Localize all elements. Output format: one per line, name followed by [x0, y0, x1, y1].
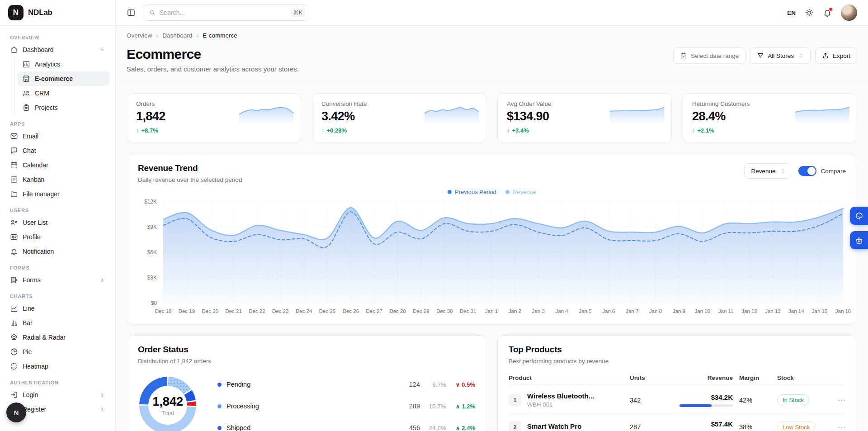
- sidebar-item-file-manager[interactable]: File manager: [5, 187, 110, 201]
- sidebar-section-label: APPS: [10, 121, 105, 127]
- sidebar-item-label: Email: [23, 133, 38, 140]
- breadcrumb-dashboard[interactable]: Dashboard: [162, 32, 192, 39]
- y-axis-label: $6K: [138, 249, 157, 256]
- pie-icon: [10, 348, 18, 356]
- table-row[interactable]: 2 Smart Watch Pro 287 $57.4K 38% Low Sto…: [509, 414, 846, 431]
- x-axis-label: Dec 30: [436, 308, 453, 314]
- sidebar-item-label: E-commerce: [35, 75, 73, 82]
- sidebar-item-profile[interactable]: Profile: [5, 230, 110, 244]
- sidebar-item-notification[interactable]: Notification: [5, 244, 110, 259]
- top-products-card: Top Products Best performing products by…: [497, 335, 857, 431]
- revenue-trend-subtitle: Daily revenue over the selected period: [138, 176, 242, 183]
- notifications-button[interactable]: [823, 8, 832, 17]
- sidebar-item-radial-radar[interactable]: Radial & Radar: [5, 330, 110, 345]
- sidebar-item-label: Calendar: [23, 161, 48, 169]
- sidebar-item-heatmap[interactable]: Heatmap: [5, 359, 110, 374]
- compare-toggle[interactable]: [798, 166, 816, 176]
- kpi-delta: ↑+3.4%: [507, 127, 662, 134]
- sidebar-item-pie[interactable]: Pie: [5, 345, 110, 359]
- status-dot: [217, 426, 222, 430]
- stock-badge: Low Stock: [777, 421, 815, 431]
- sidebar-item-user-list[interactable]: User List: [5, 215, 110, 230]
- sidebar-toggle-button[interactable]: [127, 8, 136, 17]
- legend-dot: [448, 190, 452, 194]
- date-range-button[interactable]: Select date range: [673, 47, 745, 64]
- sidebar-item-bar[interactable]: Bar: [5, 316, 110, 330]
- top-products-subtitle: Best performing products by revenue: [509, 358, 846, 365]
- kpi-sparkline: [239, 99, 293, 123]
- row-menu-button[interactable]: ⋯: [830, 395, 846, 405]
- sidebar-item-login[interactable]: Login: [5, 388, 110, 402]
- search-shortcut-badge: ⌘K: [291, 8, 305, 17]
- sidebar-nav: OVERVIEWDashboardAnalyticsE-commerceCRMP…: [0, 26, 115, 431]
- order-status-row-pending: Pending 124 6.7% ∨ 0.5%: [217, 374, 475, 395]
- search-box[interactable]: ⌘K: [143, 5, 309, 21]
- sidebar-item-projects[interactable]: Projects: [18, 100, 110, 115]
- bell-icon: [10, 247, 18, 256]
- kpi-card-conversion-rate: Conversion Rate 3.42% ↑+0.28%: [312, 93, 486, 143]
- export-button[interactable]: Export: [815, 47, 857, 64]
- user-avatar[interactable]: [841, 5, 857, 21]
- cart-button[interactable]: [850, 231, 868, 249]
- logo-row: N NDLab: [0, 0, 115, 26]
- kpi-delta: ↑+2.1%: [692, 127, 848, 134]
- x-axis-label: Dec 19: [179, 308, 195, 314]
- x-axis-label: Jan 8: [649, 308, 662, 314]
- topbar: ⌘K EN: [116, 0, 868, 26]
- store-filter-button[interactable]: All Stores: [750, 47, 811, 64]
- sidebar-item-label: Line: [23, 305, 34, 312]
- order-status-row-shipped: Shipped 456 24.8% ∧ 2.4%: [217, 417, 475, 431]
- chevron-updown-icon: [780, 168, 786, 174]
- search-input[interactable]: [160, 9, 287, 16]
- legend-previous-period[interactable]: Previous Period: [448, 189, 496, 195]
- x-axis-label: Dec 29: [413, 308, 429, 314]
- calendar-icon: [10, 161, 18, 169]
- line-icon: [10, 304, 18, 313]
- sidebar-item-label: Analytics: [35, 61, 60, 68]
- chat-icon: [10, 147, 18, 155]
- x-axis-label: Jan 13: [765, 308, 781, 314]
- breadcrumb-overview[interactable]: Overview: [127, 32, 152, 39]
- breadcrumb-current: E-commerce: [203, 32, 237, 39]
- language-button[interactable]: EN: [787, 9, 796, 16]
- heatmap-icon: [10, 362, 18, 370]
- sidebar-item-forms[interactable]: Forms: [5, 273, 110, 287]
- mail-icon: [10, 132, 18, 140]
- sidebar-item-dashboard[interactable]: Dashboard: [5, 43, 110, 57]
- metric-select[interactable]: Revenue: [744, 163, 791, 179]
- table-row[interactable]: 1 Wireless Bluetooth... WBH-001 342 $34.…: [509, 386, 846, 414]
- x-axis-label: Jan 11: [718, 308, 734, 314]
- sidebar-item-calendar[interactable]: Calendar: [5, 158, 110, 172]
- sidebar-item-line[interactable]: Line: [5, 301, 110, 316]
- forms-icon: [10, 276, 18, 284]
- x-axis-label: Dec 27: [366, 308, 382, 314]
- y-axis-label: $3K: [138, 275, 157, 281]
- sidebar-item-email[interactable]: Email: [5, 129, 110, 143]
- sidebar-item-kanban[interactable]: Kanban: [5, 172, 110, 187]
- y-axis-label: $9K: [138, 224, 157, 230]
- x-axis-label: Jan 5: [579, 308, 591, 314]
- analytics-icon: [22, 60, 30, 68]
- theme-customizer-button[interactable]: [850, 207, 868, 225]
- chevron-right-icon: [99, 406, 105, 412]
- revenue-trend-title: Revenue Trend: [138, 163, 242, 173]
- sidebar-item-label: Radial & Radar: [23, 334, 66, 341]
- notification-dot: [829, 7, 833, 11]
- sidebar-item-e-commerce[interactable]: E-commerce: [18, 71, 110, 86]
- sidebar-item-chat[interactable]: Chat: [5, 143, 110, 158]
- profile-icon: [10, 233, 18, 241]
- legend-revenue[interactable]: Revenue: [505, 189, 536, 195]
- status-dot: [217, 383, 222, 387]
- store-icon: [22, 75, 30, 83]
- revenue-chart: $0$3K$6K$9K$12KDec 18Dec 19Dec 20Dec 21D…: [138, 198, 846, 319]
- sidebar-item-crm[interactable]: CRM: [18, 86, 110, 100]
- home-icon: [10, 46, 18, 54]
- table-header: Product Units Revenue Margin Stock: [509, 374, 846, 386]
- floating-logo-bubble[interactable]: N: [6, 403, 26, 422]
- sidebar-item-analytics[interactable]: Analytics: [18, 57, 110, 71]
- sidebar-item-label: User List: [23, 219, 47, 226]
- theme-toggle-button[interactable]: [805, 8, 814, 17]
- calendar-icon: [680, 52, 687, 59]
- app-logo[interactable]: N: [8, 5, 24, 20]
- row-menu-button[interactable]: ⋯: [830, 422, 846, 431]
